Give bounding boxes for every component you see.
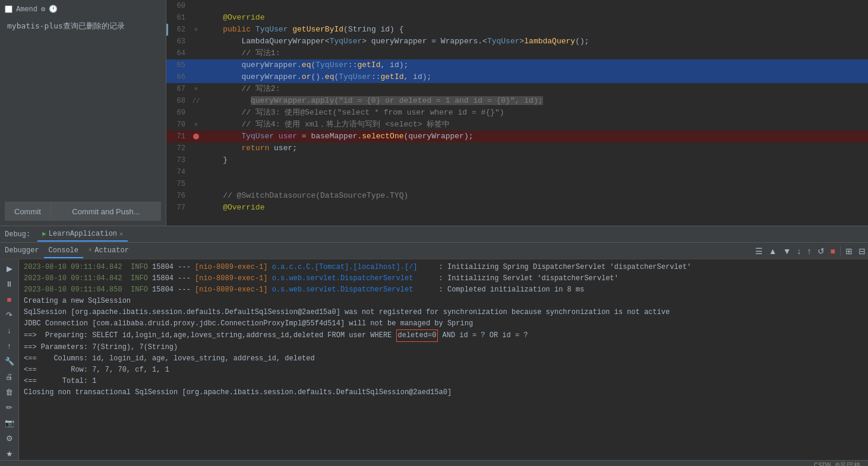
debug-settings-btn[interactable]: ⚙ [1,432,18,445]
log-plain: <== Row: 7, 7, 70, cf, 1, 1 [24,364,169,376]
line-number: 75 [166,178,190,190]
debug-edit-btn[interactable]: ✏ [1,401,18,414]
amend-checkbox[interactable] [5,5,12,13]
debug-step-out-btn[interactable]: ↑ [1,339,18,352]
log-class: o.s.web.servlet.DispatcherServlet [272,284,430,296]
commit-and-push-button[interactable]: Commit and Push... [51,202,161,221]
method-getid2: getId [380,72,403,81]
table-row: 76 // @SwitchDatasource(DataSourceType.T… [166,190,868,202]
down2-btn[interactable]: ↓ [795,245,804,257]
tab-close-icon[interactable]: ✕ [119,230,123,237]
debug-stop-btn[interactable]: ■ [1,293,18,306]
fold-icon[interactable]: ⊖ [194,24,197,36]
tab-actuator-icon: ⚡ [88,246,92,255]
split-btn[interactable]: ⊟ [856,245,868,257]
tab-debugger[interactable]: Debugger [0,244,44,258]
stop-btn[interactable]: ■ [828,245,838,257]
debug-star-btn[interactable]: ★ [1,447,18,460]
log-msg: : Initializing Servlet 'dispatcherServle… [430,273,618,284]
tab-learn-application[interactable]: ▶ LearnApplication ✕ [37,227,128,242]
line-gutter: ⊖ [190,24,202,36]
app-icon: ▶ [42,230,46,237]
menu-btn[interactable]: ☰ [753,245,765,257]
change-indicator [166,24,168,36]
tab-actuator[interactable]: ⚡ Actuator [83,243,134,258]
line-number: 70 [166,119,190,131]
annotation-override2: @Override [223,203,264,212]
type-ref: TyqUser [330,37,362,46]
fold-icon2[interactable]: ⊖ [194,83,197,95]
line-number: 68 [166,95,190,107]
debug-step-into-btn[interactable]: ↓ [1,324,18,337]
commented-line: queryWrapper.apply("id = {0} or deleted … [204,96,543,105]
clock-icon[interactable]: 🕐 [49,5,58,14]
line-number: 77 [166,202,190,214]
line-number: 65 [166,59,190,71]
line-gutter [190,12,202,24]
comment3: // 写法3: 使用@Select("select * from user wh… [241,108,504,117]
table-row: 66 queryWrapper.or().eq(TyqUser::getId, … [166,71,868,83]
line-gutter [190,154,202,166]
line-content: @Override [202,12,868,24]
log-line: <== Row: 7, 7, 70, cf, 1, 1 [24,364,863,376]
code-editor: 60 61 @Override 62 ⊖ public TyqUser getU… [166,0,868,226]
log-plain: Creating a new SqlSession [24,296,131,307]
log-thread: [nio-8089-exec-1] [195,273,272,284]
up-btn[interactable]: ▲ [766,245,779,257]
method-eq: eq [302,61,311,69]
settings-icon[interactable]: ⚙ [41,5,45,14]
comment-marker: // [192,95,200,107]
log-level: INFO [131,284,152,296]
line-number: 69 [166,107,190,119]
line-content: } [202,154,868,166]
line-gutter: ⊖ [190,83,202,95]
console-main: ▶ ⏸ ■ ↷ ↓ ↑ 🔧 🖨 🗑 ✏ 📷 ⚙ ★ 2023-08-10 09:… [0,259,868,460]
debug-trash-btn[interactable]: 🗑 [1,385,18,398]
status-bar: CSDN @吴巴格 [0,460,868,466]
line-number: 64 [166,47,190,59]
breakpoint-indicator[interactable] [193,134,199,140]
log-pid: 15804 [152,284,178,296]
type-string: String [348,25,376,34]
log-timestamp: 2023-08-10 09:11:04.842 [24,262,131,273]
line-number: 67 [166,83,190,95]
up2-btn[interactable]: ↑ [805,245,814,257]
annotation-text: @Override [223,13,264,22]
log-line: <== Columns: id, login_id, age, loves_st… [24,353,863,364]
down-btn[interactable]: ▼ [781,245,794,257]
log-level: INFO [131,262,152,273]
debug-step-over-btn[interactable]: ↷ [1,308,18,321]
line-content: // 写法2: [202,83,868,95]
debug-wrench-btn[interactable]: 🔧 [1,354,18,367]
log-timestamp: 2023-08-10 09:11:04.842 [24,273,131,284]
line-number: 61 [166,12,190,24]
commit-message-input[interactable]: mybatis-plus查询已删除的记录 [5,18,161,202]
commit-button[interactable]: Commit [5,202,51,221]
layout-btn[interactable]: ⊞ [843,245,855,257]
line-content: queryWrapper.eq(TyqUser::getId, id); [202,59,868,71]
line-number: 71 [166,131,190,142]
line-gutter [190,0,202,12]
method-selectone: selectOne [362,132,403,141]
fold-icon3[interactable]: ⊖ [194,119,197,131]
amend-label: Amend [16,5,37,14]
table-row: 70 ⊖ // 写法4: 使用 xml，将上方语句写到 <select> 标签中 [166,119,868,131]
line-content: // @SwitchDatasource(DataSourceType.TYQ) [202,190,868,202]
debug-camera-btn[interactable]: 📷 [1,416,18,429]
code-lines: 60 61 @Override 62 ⊖ public TyqUser getU… [166,0,868,214]
app-name: LearnApplication [49,230,117,238]
table-row: 62 ⊖ public TyqUser getUserById(String i… [166,24,868,36]
sql-highlighted-word: deleted=0 [396,329,438,342]
type-ref3: TyqUser [315,61,348,69]
rerun-btn[interactable]: ↺ [815,245,827,257]
log-line: 2023-08-10 09:11:04.842 INFO 15804 --- [… [24,262,863,273]
log-pid: 15804 [152,262,178,273]
log-plain: <== Columns: id, login_id, age, loves_st… [24,353,315,364]
debug-resume-btn[interactable]: ▶ [1,262,18,275]
line-gutter [190,202,202,214]
tab-console[interactable]: Console [44,244,83,258]
line-gutter [190,36,202,47]
debug-pause-btn[interactable]: ⏸ [1,277,18,290]
line-gutter [190,59,202,71]
debug-print-btn[interactable]: 🖨 [1,370,18,383]
